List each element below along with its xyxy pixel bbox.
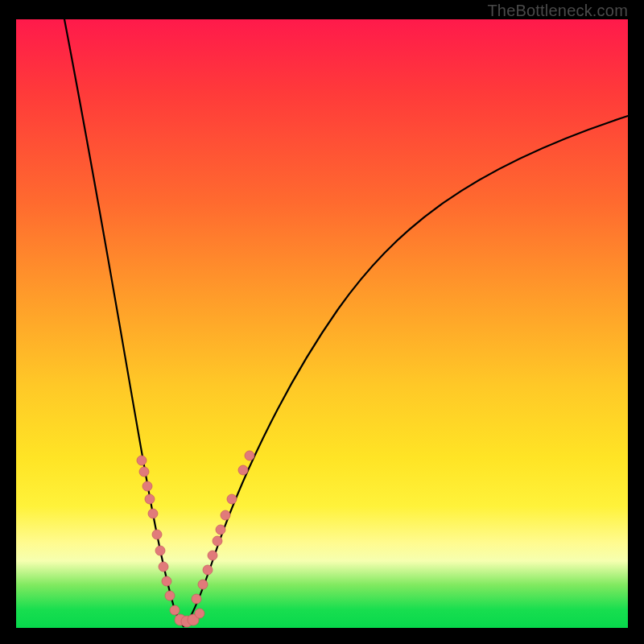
marker-point [216, 525, 225, 535]
marker-point [162, 576, 171, 586]
marker-point [139, 467, 149, 477]
watermark-text: TheBottleneck.com [487, 2, 628, 20]
marker-point [238, 465, 248, 475]
curve-paths [64, 19, 628, 626]
marker-point [159, 562, 168, 572]
marker-point [142, 481, 152, 491]
marker-point [221, 510, 230, 520]
marker-point [198, 580, 208, 589]
marker-point [148, 509, 158, 518]
marker-point [213, 536, 222, 546]
chart-stage: TheBottleneck.com [0, 0, 644, 644]
series-curve-left [64, 19, 184, 626]
marker-point [145, 494, 155, 504]
marker-point [203, 565, 213, 575]
series-curve-right [184, 116, 628, 626]
marker-point [137, 456, 147, 465]
marker-point [155, 546, 165, 555]
marker-point [208, 551, 217, 560]
plot-area [16, 19, 628, 628]
marker-point [192, 594, 201, 604]
marker-point [245, 451, 254, 460]
marker-point [165, 591, 175, 601]
curve-svg [16, 19, 628, 628]
marker-point [227, 494, 237, 504]
marker-point [195, 609, 204, 618]
marker-point [152, 530, 162, 539]
marker-point [170, 605, 180, 615]
curve-markers [137, 451, 254, 627]
